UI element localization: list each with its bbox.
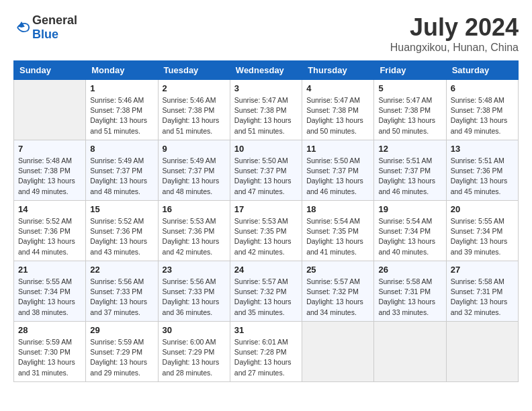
calendar-cell: 9Sunrise: 5:49 AMSunset: 7:37 PMDaylight… [158, 140, 230, 201]
day-number: 9 [163, 144, 226, 154]
day-info: Sunrise: 5:49 AMSunset: 7:37 PMDaylight:… [163, 156, 226, 197]
day-info: Sunrise: 5:52 AMSunset: 7:36 PMDaylight:… [90, 216, 153, 257]
day-number: 31 [234, 325, 298, 335]
day-number: 25 [306, 265, 369, 275]
calendar-cell: 17Sunrise: 5:53 AMSunset: 7:35 PMDayligh… [230, 201, 302, 261]
calendar-cell: 27Sunrise: 5:58 AMSunset: 7:31 PMDayligh… [446, 261, 518, 322]
calendar-cell: 23Sunrise: 5:56 AMSunset: 7:33 PMDayligh… [158, 261, 230, 322]
day-info: Sunrise: 5:50 AMSunset: 7:37 PMDaylight:… [234, 156, 298, 197]
day-number: 12 [378, 144, 441, 154]
day-info: Sunrise: 5:51 AMSunset: 7:37 PMDaylight:… [378, 156, 441, 197]
calendar-cell: 6Sunrise: 5:48 AMSunset: 7:38 PMDaylight… [446, 80, 518, 140]
day-info: Sunrise: 5:54 AMSunset: 7:35 PMDaylight:… [306, 216, 369, 257]
calendar-cell: 24Sunrise: 5:57 AMSunset: 7:32 PMDayligh… [230, 261, 302, 322]
day-number: 20 [451, 204, 514, 214]
col-header-wednesday: Wednesday [230, 61, 302, 80]
calendar-cell: 5Sunrise: 5:47 AMSunset: 7:38 PMDaylight… [374, 80, 446, 140]
location-subtitle: Huangxikou, Hunan, China [390, 42, 519, 54]
day-info: Sunrise: 5:50 AMSunset: 7:37 PMDaylight:… [306, 156, 369, 197]
day-number: 23 [163, 265, 226, 275]
calendar-cell: 19Sunrise: 5:54 AMSunset: 7:34 PMDayligh… [374, 201, 446, 261]
day-number: 16 [163, 204, 226, 214]
day-number: 14 [18, 204, 81, 214]
day-info: Sunrise: 5:47 AMSunset: 7:38 PMDaylight:… [378, 95, 441, 136]
day-number: 15 [90, 204, 153, 214]
day-number: 8 [90, 144, 153, 154]
calendar-cell: 29Sunrise: 5:59 AMSunset: 7:29 PMDayligh… [86, 322, 158, 382]
logo-blue: Blue [32, 28, 58, 41]
day-info: Sunrise: 5:47 AMSunset: 7:38 PMDaylight:… [306, 95, 369, 136]
day-number: 17 [234, 204, 298, 214]
day-number: 29 [90, 325, 153, 335]
logo-icon [13, 19, 30, 36]
day-number: 19 [378, 204, 441, 214]
calendar-cell: 30Sunrise: 6:00 AMSunset: 7:29 PMDayligh… [158, 322, 230, 382]
day-number: 4 [306, 83, 369, 93]
day-number: 28 [18, 325, 81, 335]
calendar-cell: 18Sunrise: 5:54 AMSunset: 7:35 PMDayligh… [302, 201, 374, 261]
col-header-monday: Monday [86, 61, 158, 80]
day-number: 1 [90, 83, 153, 93]
calendar-cell: 8Sunrise: 5:49 AMSunset: 7:37 PMDaylight… [86, 140, 158, 201]
day-info: Sunrise: 5:57 AMSunset: 7:32 PMDaylight:… [306, 277, 369, 318]
col-header-friday: Friday [374, 61, 446, 80]
day-info: Sunrise: 5:58 AMSunset: 7:31 PMDaylight:… [378, 277, 441, 318]
day-info: Sunrise: 5:48 AMSunset: 7:38 PMDaylight:… [18, 156, 81, 197]
day-info: Sunrise: 5:49 AMSunset: 7:37 PMDaylight:… [90, 156, 153, 197]
day-info: Sunrise: 5:52 AMSunset: 7:36 PMDaylight:… [18, 216, 81, 257]
day-info: Sunrise: 5:56 AMSunset: 7:33 PMDaylight:… [90, 277, 153, 318]
month-year-title: July 2024 [390, 13, 519, 42]
day-info: Sunrise: 5:59 AMSunset: 7:29 PMDaylight:… [90, 337, 153, 378]
day-info: Sunrise: 5:48 AMSunset: 7:38 PMDaylight:… [451, 95, 514, 136]
calendar-cell: 11Sunrise: 5:50 AMSunset: 7:37 PMDayligh… [302, 140, 374, 201]
day-number: 22 [90, 265, 153, 275]
calendar-cell: 4Sunrise: 5:47 AMSunset: 7:38 PMDaylight… [302, 80, 374, 140]
calendar-cell [14, 80, 86, 140]
day-info: Sunrise: 5:59 AMSunset: 7:30 PMDaylight:… [18, 337, 81, 378]
day-number: 26 [378, 265, 441, 275]
calendar-cell: 25Sunrise: 5:57 AMSunset: 7:32 PMDayligh… [302, 261, 374, 322]
day-info: Sunrise: 5:53 AMSunset: 7:35 PMDaylight:… [234, 216, 298, 257]
day-info: Sunrise: 5:58 AMSunset: 7:31 PMDaylight:… [451, 277, 514, 318]
calendar-cell: 2Sunrise: 5:46 AMSunset: 7:38 PMDaylight… [158, 80, 230, 140]
day-info: Sunrise: 5:46 AMSunset: 7:38 PMDaylight:… [90, 95, 153, 136]
day-info: Sunrise: 5:54 AMSunset: 7:34 PMDaylight:… [378, 216, 441, 257]
calendar-cell: 14Sunrise: 5:52 AMSunset: 7:36 PMDayligh… [14, 201, 86, 261]
day-number: 18 [306, 204, 369, 214]
day-info: Sunrise: 5:47 AMSunset: 7:38 PMDaylight:… [234, 95, 298, 136]
day-number: 6 [451, 83, 514, 93]
day-info: Sunrise: 5:46 AMSunset: 7:38 PMDaylight:… [163, 95, 226, 136]
day-number: 2 [163, 83, 226, 93]
day-number: 13 [451, 144, 514, 154]
week-row-4: 21Sunrise: 5:55 AMSunset: 7:34 PMDayligh… [14, 261, 519, 322]
calendar-cell: 7Sunrise: 5:48 AMSunset: 7:38 PMDaylight… [14, 140, 86, 201]
calendar-cell: 12Sunrise: 5:51 AMSunset: 7:37 PMDayligh… [374, 140, 446, 201]
calendar-cell [374, 322, 446, 382]
logo-text: General Blue [32, 13, 77, 42]
logo-general: General [32, 13, 77, 27]
day-info: Sunrise: 6:00 AMSunset: 7:29 PMDaylight:… [163, 337, 226, 378]
calendar-cell [446, 322, 518, 382]
week-row-5: 28Sunrise: 5:59 AMSunset: 7:30 PMDayligh… [14, 322, 519, 382]
calendar-table: SundayMondayTuesdayWednesdayThursdayFrid… [13, 60, 519, 382]
calendar-cell: 26Sunrise: 5:58 AMSunset: 7:31 PMDayligh… [374, 261, 446, 322]
calendar-cell: 16Sunrise: 5:53 AMSunset: 7:36 PMDayligh… [158, 201, 230, 261]
day-info: Sunrise: 5:56 AMSunset: 7:33 PMDaylight:… [163, 277, 226, 318]
day-info: Sunrise: 5:57 AMSunset: 7:32 PMDaylight:… [234, 277, 298, 318]
week-row-1: 1Sunrise: 5:46 AMSunset: 7:38 PMDaylight… [14, 80, 519, 140]
day-number: 11 [306, 144, 369, 154]
day-number: 5 [378, 83, 441, 93]
col-header-tuesday: Tuesday [158, 61, 230, 80]
calendar-cell: 21Sunrise: 5:55 AMSunset: 7:34 PMDayligh… [14, 261, 86, 322]
col-header-saturday: Saturday [446, 61, 518, 80]
week-row-2: 7Sunrise: 5:48 AMSunset: 7:38 PMDaylight… [14, 140, 519, 201]
title-block: July 2024 Huangxikou, Hunan, China [390, 13, 519, 54]
col-header-thursday: Thursday [302, 61, 374, 80]
day-number: 10 [234, 144, 298, 154]
calendar-cell: 3Sunrise: 5:47 AMSunset: 7:38 PMDaylight… [230, 80, 302, 140]
calendar-cell: 28Sunrise: 5:59 AMSunset: 7:30 PMDayligh… [14, 322, 86, 382]
calendar-cell: 1Sunrise: 5:46 AMSunset: 7:38 PMDaylight… [86, 80, 158, 140]
calendar-cell: 20Sunrise: 5:55 AMSunset: 7:34 PMDayligh… [446, 201, 518, 261]
calendar-cell: 31Sunrise: 6:01 AMSunset: 7:28 PMDayligh… [230, 322, 302, 382]
calendar-cell: 22Sunrise: 5:56 AMSunset: 7:33 PMDayligh… [86, 261, 158, 322]
